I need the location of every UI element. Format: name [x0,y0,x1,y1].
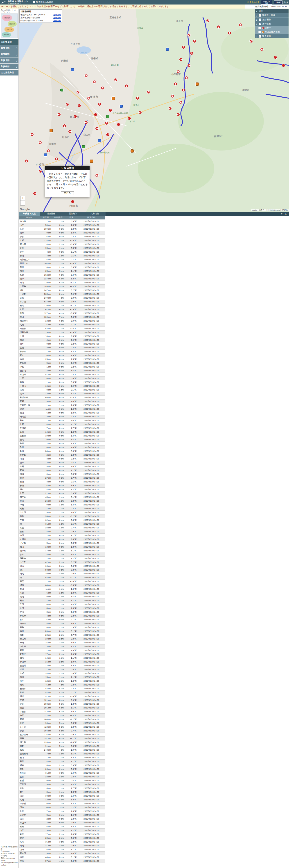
road-closure-icon[interactable] [228,32,231,34]
road-closure-icon[interactable] [182,89,185,92]
snow-removal-icon[interactable] [106,115,109,118]
sidebar-item-1[interactable]: 能登北部❯ [0,45,19,51]
camera-icon[interactable] [98,139,101,142]
legend-subitem-2-1[interactable]: 本日以降の規制 [255,30,289,34]
road-closure-icon[interactable] [187,34,190,36]
checkbox-icon[interactable]: ✓ [259,19,261,21]
tab-2[interactable]: 通行規制 [62,212,84,216]
road-closure-icon[interactable] [39,170,42,173]
road-closure-icon[interactable] [55,157,58,160]
road-closure-icon[interactable] [217,26,220,28]
road-closure-icon[interactable] [106,133,109,136]
road-closure-icon[interactable] [182,46,185,49]
road-closure-icon[interactable] [139,111,142,114]
road-closure-icon[interactable] [85,74,87,77]
road-closure-icon[interactable] [68,130,71,133]
minimap-region-0[interactable]: 能登北部 [2,14,12,21]
construction-icon[interactable] [49,129,53,132]
legend-header[interactable]: ∨ 凡例 [255,9,289,13]
road-closure-icon[interactable] [25,159,28,162]
checkbox-icon[interactable]: ✓ [259,23,261,25]
legend-item-2[interactable]: ∨✓通行規制 [255,22,289,26]
road-closure-icon[interactable] [125,85,128,87]
road-closure-icon[interactable] [98,103,101,106]
table-expand-icon[interactable]: ∨ [281,212,283,215]
legend-item-0[interactable]: ❯✓降積雪・気温 [255,13,289,17]
road-closure-icon[interactable] [239,24,242,26]
construction-icon[interactable] [195,83,199,86]
sidebar-item-4[interactable]: 加賀南部❯ [0,64,19,70]
road-closure-icon[interactable] [39,141,42,144]
checkbox-icon[interactable]: ✓ [258,27,261,29]
road-closure-icon[interactable] [93,81,96,83]
road-closure-icon[interactable] [147,91,150,94]
legend-item-1[interactable]: ❯✓道路画像 [255,17,289,22]
road-closure-icon[interactable] [185,76,188,79]
snow-removal-icon[interactable] [60,89,63,92]
road-closure-icon[interactable] [85,121,87,124]
table-collapse-icon[interactable]: ∧ [285,212,287,215]
road-closure-icon[interactable] [206,20,209,22]
camera-icon[interactable] [71,68,74,71]
snow-only-toggle[interactable]: 除雪情報のみ表示 [33,1,53,4]
minimap-region-1[interactable]: 能登南部 [8,21,17,27]
road-closure-icon[interactable] [274,56,277,59]
road-closure-icon[interactable] [193,40,196,42]
road-closure-icon[interactable] [96,127,98,130]
sidebar-item-2[interactable]: 能登南部❯ [0,51,19,58]
usage-notice-link[interactable]: 利用上の注意 [247,1,259,4]
road-closure-icon[interactable] [31,133,34,136]
construction-icon[interactable] [90,159,93,163]
minimap-region-3[interactable]: 加賀南部 [2,32,11,37]
road-closure-icon[interactable] [71,200,74,203]
road-closure-icon[interactable] [47,149,50,152]
road-closure-icon[interactable] [171,95,174,98]
road-closure-icon[interactable] [179,58,182,61]
snow-removal-icon[interactable] [82,145,85,148]
camera-icon[interactable] [166,48,169,51]
road-closure-icon[interactable] [33,192,36,195]
minimap-region-2[interactable]: 加賀北部 [4,27,14,32]
camera-icon[interactable] [44,153,47,156]
road-closure-icon[interactable] [114,79,117,81]
road-closure-icon[interactable] [105,122,108,125]
construction-icon[interactable] [131,149,134,153]
road-closure-icon[interactable] [190,52,193,55]
road-closure-icon[interactable] [177,113,180,116]
camera-icon[interactable] [120,105,123,108]
checkbox-icon[interactable]: ✓ [259,35,261,38]
road-closure-icon[interactable] [117,123,120,126]
road-map[interactable]: 【除雪情報】 千里浜なぎさドライブウェイ通行止め主要地方道 白山公園線通行止め白… [19,8,289,212]
road-closure-icon[interactable] [78,104,81,107]
legend-item-3[interactable]: ❯✓除雪情報 [255,34,289,38]
prefecture-minimap[interactable]: 能登北部能登南部加賀北部加賀南部 [1,13,18,38]
closure-status-link[interactable]: 通行止め [53,19,61,22]
modal-close-button[interactable]: 閉じる [61,191,74,195]
sidebar-item-5[interactable]: のと里山海道 [0,70,19,76]
road-closure-icon[interactable] [109,109,112,112]
road-closure-icon[interactable] [74,115,77,118]
zoom-out-button[interactable]: − [20,200,25,206]
road-closure-icon[interactable] [179,101,182,104]
construction-icon[interactable] [112,97,115,100]
road-closure-icon[interactable] [169,107,172,110]
tab-1[interactable]: 道路画像 [40,212,62,216]
sidebar-item-3[interactable]: 加賀北部❯ [0,58,19,64]
road-closure-icon[interactable] [250,40,253,42]
road-closure-icon[interactable] [76,91,79,94]
close-icon[interactable]: × [284,1,288,4]
checkbox-icon[interactable]: ✓ [259,14,261,17]
road-closure-icon[interactable] [136,97,139,100]
yukimichi-top-button[interactable]: 雪みちナビ TOP [261,0,272,4]
road-closure-icon[interactable] [94,113,97,116]
road-closure-icon[interactable] [101,87,104,89]
road-closure-icon[interactable] [187,64,190,67]
road-closure-icon[interactable] [174,83,177,85]
checkbox-icon[interactable] [33,1,35,3]
link-button[interactable]: LINK [274,0,283,4]
road-closure-icon[interactable] [260,48,263,51]
legend-subitem-2-0[interactable]: ✓規制中 [255,26,289,30]
road-closure-icon[interactable] [96,174,98,177]
tab-3[interactable]: 気象情報 [84,212,106,216]
checkbox-icon[interactable] [258,31,261,33]
